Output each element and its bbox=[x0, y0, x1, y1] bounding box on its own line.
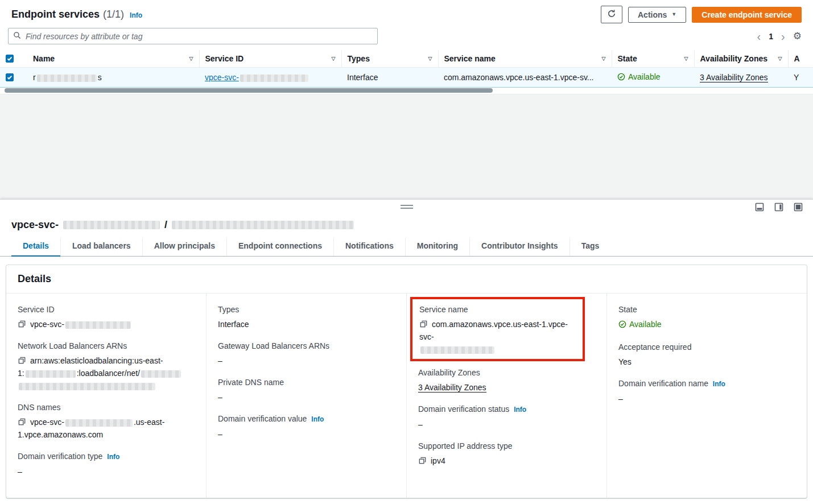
cell-types: Interface bbox=[341, 68, 438, 88]
column-header-state[interactable]: State▽ bbox=[612, 50, 694, 68]
service-name-highlight-box: Service name com.amazonaws.vpce.us-east-… bbox=[410, 297, 585, 361]
endpoint-services-list-section: Endpoint services (1/1) Info Actions ▼ bbox=[0, 0, 813, 94]
info-link[interactable]: Info bbox=[514, 406, 526, 414]
field-network-load-balancers-arns: Network Load Balancers ARNs arn:aws:elas… bbox=[18, 340, 195, 392]
page-title: Endpoint services (1/1) Info bbox=[11, 9, 142, 20]
select-all-checkbox[interactable] bbox=[6, 55, 14, 63]
redacted-text bbox=[63, 221, 160, 229]
aws-endpoint-services-page: Endpoint services (1/1) Info Actions ▼ bbox=[0, 0, 813, 504]
copy-icon[interactable] bbox=[18, 320, 26, 328]
redacted-text bbox=[141, 370, 181, 378]
info-link[interactable]: Info bbox=[107, 453, 119, 461]
redacted-text bbox=[37, 75, 97, 82]
sort-icon: ▽ bbox=[684, 56, 688, 61]
service-id-link[interactable]: vpce-svc- bbox=[205, 73, 309, 82]
tab-allow-principals[interactable]: Allow principals bbox=[142, 238, 226, 256]
sort-icon: ▽ bbox=[189, 56, 193, 61]
panel-position-side-icon[interactable] bbox=[774, 203, 783, 212]
column-header-name[interactable]: Name▽ bbox=[27, 50, 199, 68]
previous-page-button[interactable]: ‹ bbox=[757, 31, 761, 42]
cell-name: rs bbox=[27, 68, 199, 88]
row-checkbox[interactable] bbox=[6, 73, 14, 81]
column-header-types[interactable]: Types▽ bbox=[341, 50, 438, 68]
split-panel: vpce-svc- / Details Load balancers Allow… bbox=[0, 199, 813, 504]
sort-icon: ▽ bbox=[332, 56, 336, 61]
availability-zones-popover-trigger[interactable]: 3 Availability Zones bbox=[418, 383, 486, 393]
status-available: Available bbox=[618, 318, 662, 331]
info-link[interactable]: Info bbox=[130, 11, 142, 19]
table-toolbar: ‹ 1 › ⚙ bbox=[0, 27, 813, 50]
caret-down-icon: ▼ bbox=[671, 12, 676, 17]
search-input[interactable] bbox=[26, 32, 373, 41]
result-count: (1/1) bbox=[103, 9, 124, 20]
header-actions: Actions ▼ Create endpoint service bbox=[601, 6, 802, 23]
page-header: Endpoint services (1/1) Info Actions ▼ bbox=[0, 0, 813, 27]
redacted-text bbox=[26, 370, 76, 378]
tab-endpoint-connections[interactable]: Endpoint connections bbox=[226, 238, 333, 256]
tab-notifications[interactable]: Notifications bbox=[333, 238, 405, 256]
actions-button[interactable]: Actions ▼ bbox=[628, 7, 686, 23]
copy-icon[interactable] bbox=[418, 456, 427, 465]
refresh-icon bbox=[607, 9, 616, 20]
tab-details[interactable]: Details bbox=[11, 238, 60, 256]
field-state: State Available bbox=[618, 304, 795, 332]
field-types: Types Interface bbox=[218, 304, 395, 331]
field-availability-zones: Availability Zones 3 Availability Zones bbox=[418, 367, 595, 394]
details-column-2: Types Interface Gateway Load Balancers A… bbox=[206, 294, 406, 498]
field-domain-verification-name: Domain verification name Info – bbox=[618, 378, 795, 405]
panel-tabs: Details Load balancers Allow principals … bbox=[0, 238, 813, 257]
horizontal-scrollbar-thumb[interactable] bbox=[5, 88, 493, 93]
column-header-availability-zones[interactable]: Availability Zones▽ bbox=[694, 50, 788, 68]
redacted-text bbox=[65, 419, 133, 427]
availability-zones-popover-trigger[interactable]: 3 Availability Zones bbox=[700, 73, 768, 82]
field-domain-verification-value: Domain verification value Info – bbox=[218, 413, 395, 440]
details-column-4: State Available Acceptance required Yes bbox=[606, 294, 807, 498]
field-acceptance-required: Acceptance required Yes bbox=[618, 341, 795, 368]
pagination: ‹ 1 › ⚙ bbox=[757, 30, 802, 42]
check-circle-icon bbox=[618, 320, 626, 328]
tab-load-balancers[interactable]: Load balancers bbox=[60, 238, 142, 256]
select-all-header[interactable] bbox=[0, 50, 27, 68]
endpoint-services-table: Name▽ Service ID▽ Types▽ Service name▽ S… bbox=[0, 50, 813, 88]
field-dns-names: DNS names vpce-svc-.us-east- 1.vpce.amaz… bbox=[18, 402, 195, 441]
cell-state: Available bbox=[612, 68, 694, 88]
redacted-text bbox=[65, 321, 131, 329]
tab-monitoring[interactable]: Monitoring bbox=[405, 238, 469, 256]
cell-service-id: vpce-svc- bbox=[199, 68, 341, 88]
copy-icon[interactable] bbox=[18, 418, 26, 426]
copy-icon[interactable] bbox=[419, 320, 428, 328]
sort-icon: ▽ bbox=[602, 56, 606, 61]
split-panel-drag-handle[interactable] bbox=[401, 205, 413, 209]
field-domain-verification-status: Domain verification status Info – bbox=[418, 403, 595, 431]
search-box bbox=[8, 28, 378, 44]
copy-icon[interactable] bbox=[18, 356, 26, 365]
preferences-gear-icon[interactable]: ⚙ bbox=[793, 30, 802, 42]
info-link[interactable]: Info bbox=[713, 380, 725, 388]
next-page-button[interactable]: › bbox=[781, 31, 785, 42]
field-service-id: Service ID vpce-svc- bbox=[18, 304, 195, 331]
sort-icon: ▽ bbox=[428, 56, 432, 61]
refresh-button[interactable] bbox=[601, 6, 622, 23]
split-panel-bar bbox=[0, 200, 813, 216]
create-endpoint-service-button[interactable]: Create endpoint service bbox=[692, 7, 802, 23]
row-select-cell bbox=[0, 68, 27, 88]
info-link[interactable]: Info bbox=[311, 415, 324, 423]
current-page[interactable]: 1 bbox=[769, 32, 773, 41]
column-header-service-name[interactable]: Service name▽ bbox=[438, 50, 612, 68]
tab-tags[interactable]: Tags bbox=[569, 238, 611, 256]
details-card-title: Details bbox=[6, 265, 807, 294]
field-service-name: Service name com.amazonaws.vpce.us-east-… bbox=[419, 304, 577, 356]
redacted-text bbox=[19, 383, 155, 390]
column-header-service-id[interactable]: Service ID▽ bbox=[199, 50, 341, 68]
field-supported-ip-address-type: Supported IP address type ipv4 bbox=[418, 440, 595, 467]
details-card: Details Service ID vpce-svc- Network Loa… bbox=[6, 265, 807, 498]
sort-icon: ▽ bbox=[778, 56, 782, 61]
panel-layout-controls bbox=[755, 203, 803, 212]
tab-contributor-insights[interactable]: Contributor Insights bbox=[469, 238, 569, 256]
table-row[interactable]: rs vpce-svc- Interface com.amazonaws.vpc… bbox=[0, 68, 813, 88]
content-background bbox=[0, 94, 813, 199]
panel-maximize-icon[interactable] bbox=[794, 203, 803, 212]
panel-position-bottom-icon[interactable] bbox=[755, 203, 764, 212]
details-column-3: Service name com.amazonaws.vpce.us-east-… bbox=[406, 294, 606, 498]
column-header-acceptance-cutoff[interactable]: A bbox=[788, 50, 813, 68]
